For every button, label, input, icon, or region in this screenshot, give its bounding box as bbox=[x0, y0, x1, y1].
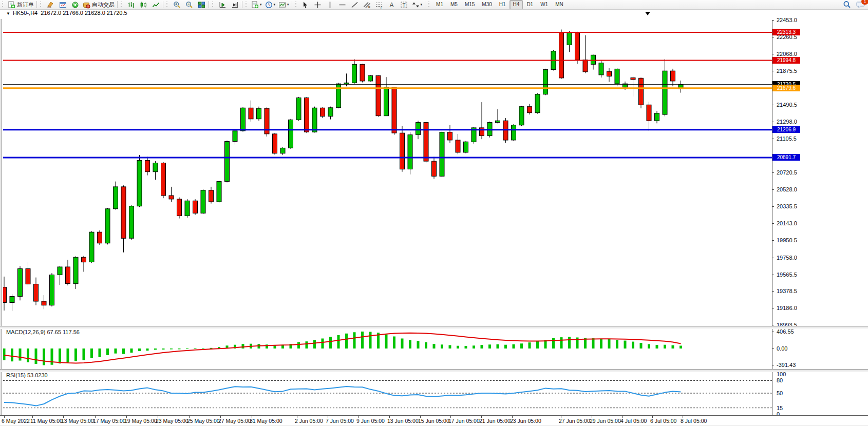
new-chart-button[interactable]: ▾ bbox=[250, 0, 263, 9]
macd-tick bbox=[772, 365, 774, 365]
date-tick-label: 29 Jun 05:00 bbox=[590, 418, 621, 424]
price-badge-pivot: 21679.6 bbox=[772, 85, 800, 91]
toolbar-grip[interactable] bbox=[428, 2, 431, 8]
toolbar-grip[interactable] bbox=[40, 2, 43, 8]
equidistant-channel-icon: E bbox=[363, 1, 371, 9]
arrows-icon bbox=[412, 1, 420, 9]
timeframe-h4-button[interactable]: H4 bbox=[510, 0, 523, 9]
rsi-tick-label: 80 bbox=[777, 377, 783, 383]
search-icon[interactable] bbox=[843, 1, 851, 9]
fibonacci-icon: F bbox=[375, 1, 383, 9]
vertical-line-button[interactable] bbox=[324, 0, 336, 9]
chart-shift-button[interactable] bbox=[229, 0, 241, 9]
timeframe-m1-button[interactable]: M1 bbox=[432, 0, 447, 9]
timeframe-mn-button[interactable]: MN bbox=[552, 0, 567, 9]
line-chart-button[interactable] bbox=[149, 0, 162, 9]
price-axis[interactable]: 22453.022260.522068.021875.521490.521298… bbox=[772, 20, 868, 326]
new-order-button[interactable]: 新订单 bbox=[6, 0, 35, 9]
fibonacci-button[interactable]: F bbox=[373, 0, 386, 9]
trendline-button[interactable] bbox=[349, 0, 361, 9]
price-tick-label: 21490.5 bbox=[777, 102, 797, 108]
toolbar-grip[interactable] bbox=[212, 2, 215, 8]
dropdown-caret-icon: ▾ bbox=[287, 3, 289, 7]
dropdown-caret-icon: ▾ bbox=[274, 3, 276, 7]
date-tick-label: 27 May 05:00 bbox=[218, 418, 251, 424]
terminal-window: 新订单自动交易▾▾▾EFAT▾M1M5M15M30H1H4D1W1MN1 ▼HK… bbox=[0, 0, 868, 426]
rsi-layer bbox=[3, 371, 772, 415]
macd-tick bbox=[772, 332, 774, 332]
macd-panel-divider[interactable] bbox=[0, 326, 868, 329]
signals-button[interactable] bbox=[69, 0, 81, 9]
chat-icon[interactable]: 1 bbox=[856, 1, 865, 9]
rsi-plot[interactable]: RSI(15) 53.0230 bbox=[3, 371, 772, 415]
zoom-out-icon bbox=[185, 1, 193, 9]
zoom-in-button[interactable] bbox=[171, 0, 183, 9]
toolbar-grip[interactable] bbox=[246, 2, 248, 8]
timeframe-m5-button[interactable]: M5 bbox=[447, 0, 461, 9]
toolbar-grip[interactable] bbox=[295, 2, 298, 8]
svg-text:T: T bbox=[403, 2, 406, 8]
svg-text:E: E bbox=[368, 6, 370, 9]
auto-scroll-button[interactable] bbox=[216, 0, 229, 9]
zoom-out-button[interactable] bbox=[183, 0, 195, 9]
line-chart-icon bbox=[152, 1, 160, 9]
price-tick bbox=[772, 223, 774, 224]
timeframe-h1-button[interactable]: H1 bbox=[496, 0, 510, 9]
date-tick-label: 17 Jun 05:00 bbox=[448, 418, 480, 424]
price-tick-label: 19186.0 bbox=[777, 305, 797, 311]
chart-shift-marker[interactable] bbox=[645, 12, 650, 15]
toolbar-grip[interactable] bbox=[2, 2, 5, 8]
macd-plot[interactable]: MACD(12,26,9) 67.65 117.56 bbox=[3, 328, 772, 369]
text-icon: A bbox=[388, 1, 395, 9]
arrows-button[interactable]: ▾ bbox=[410, 0, 424, 9]
text-label-button[interactable]: T bbox=[398, 0, 410, 9]
styler-icon-button[interactable] bbox=[44, 0, 56, 9]
candles-layer bbox=[3, 20, 772, 326]
bar-chart-button[interactable] bbox=[125, 0, 137, 9]
autotrading-button[interactable]: 自动交易 bbox=[81, 0, 116, 9]
macd-axis: 406.550.00-391.43 bbox=[772, 328, 868, 369]
cursor-button[interactable] bbox=[299, 0, 312, 9]
price-tick bbox=[772, 325, 774, 325]
date-tick-label: 21 Jun 05:00 bbox=[479, 418, 511, 424]
chart-window-button[interactable] bbox=[56, 0, 69, 9]
timeframe-m30-button[interactable]: M30 bbox=[478, 0, 495, 9]
periods-button[interactable]: ▾ bbox=[263, 0, 277, 9]
date-tick-label: 9 Jun 05:00 bbox=[356, 418, 385, 424]
chart-dropdown-icon[interactable]: ▼ bbox=[6, 11, 10, 16]
date-tick-label: 2 Jun 05:00 bbox=[295, 418, 323, 424]
timeframe-d1-button[interactable]: D1 bbox=[523, 0, 537, 9]
price-tick bbox=[772, 172, 774, 173]
candlestick-chart-button[interactable] bbox=[137, 0, 149, 9]
macd-tick-label: 406.55 bbox=[777, 328, 794, 335]
timeframe-w1-button[interactable]: W1 bbox=[537, 0, 552, 9]
chart-symbol-period: HK50-,H4 bbox=[13, 10, 37, 16]
text-button[interactable]: A bbox=[386, 0, 398, 9]
price-tick bbox=[772, 291, 774, 292]
tile-windows-button[interactable] bbox=[195, 0, 207, 9]
equidistant-channel-button[interactable]: E bbox=[361, 0, 373, 9]
date-tick-label: 17 May 05:00 bbox=[93, 418, 126, 424]
toolbar-separator bbox=[117, 1, 118, 8]
price-badge-resistance: 22313.3 bbox=[772, 29, 800, 35]
templates-button[interactable]: ▾ bbox=[277, 0, 291, 9]
crosshair-button[interactable] bbox=[312, 0, 324, 9]
price-tick bbox=[772, 71, 774, 71]
date-tick-label: 11 May 05:00 bbox=[30, 418, 63, 424]
styler-icon-icon bbox=[47, 1, 54, 9]
price-tick bbox=[772, 105, 774, 105]
toolbar-grip[interactable] bbox=[121, 2, 123, 8]
templates-icon bbox=[278, 1, 286, 9]
toolbar-separator bbox=[209, 1, 209, 8]
rsi-panel-divider[interactable] bbox=[0, 369, 868, 372]
main-chart-plot[interactable] bbox=[3, 20, 772, 326]
timeframe-m15-button[interactable]: M15 bbox=[461, 0, 478, 9]
date-tick-label: 13 May 05:00 bbox=[61, 418, 94, 424]
date-tick-label: 15 Jun 05:00 bbox=[418, 418, 449, 424]
horizontal-line-button[interactable] bbox=[336, 0, 349, 9]
date-tick-label: 7 Jun 05:00 bbox=[326, 418, 354, 424]
price-tick-label: 19758.0 bbox=[777, 255, 797, 261]
date-axis[interactable]: 6 May 202211 May 05:0013 May 05:0017 May… bbox=[0, 415, 868, 425]
toolbar-grip[interactable] bbox=[166, 2, 169, 8]
horizontal-line-icon bbox=[338, 1, 346, 9]
